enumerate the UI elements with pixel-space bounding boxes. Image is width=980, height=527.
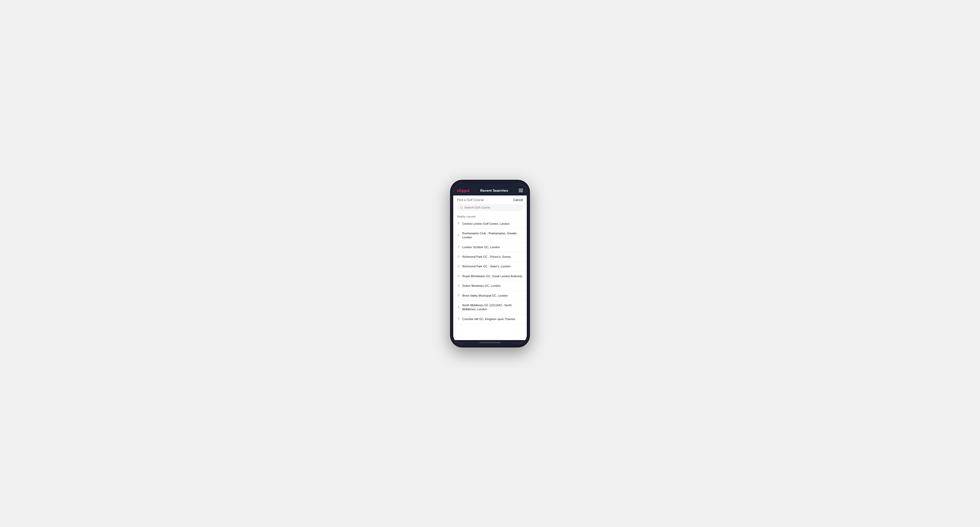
svg-point-3 bbox=[458, 235, 459, 235]
list-item[interactable]: Dukes Meadows GC, London bbox=[453, 281, 527, 291]
course-name: Central London Golf Centre, London bbox=[462, 222, 509, 226]
course-name: Brent Valley Municipal GC, London bbox=[462, 294, 508, 298]
search-box bbox=[457, 204, 523, 211]
svg-point-5 bbox=[458, 256, 459, 257]
svg-point-10 bbox=[458, 306, 459, 307]
search-container bbox=[453, 204, 527, 213]
app-logo: clippd bbox=[457, 188, 469, 193]
home-indicator bbox=[453, 340, 527, 344]
course-name: Dukes Meadows GC, London bbox=[462, 284, 501, 288]
location-pin-icon bbox=[457, 317, 460, 321]
course-name: Roehampton Club - Roehampton, Greater Lo… bbox=[462, 232, 523, 240]
search-icon bbox=[460, 206, 463, 209]
course-name: Coombe Hill GC, Kingston upon Thames bbox=[462, 317, 515, 321]
location-pin-icon bbox=[457, 255, 460, 259]
location-pin-icon bbox=[457, 222, 460, 225]
location-pin-icon bbox=[457, 233, 460, 237]
location-pin-icon bbox=[457, 245, 460, 249]
list-item[interactable]: Royal Wimbledon GC, Great London Authori… bbox=[453, 271, 527, 281]
list-item[interactable]: North Middlesex GC (1011942 - North Midd… bbox=[453, 301, 527, 314]
location-pin-icon bbox=[457, 275, 460, 278]
find-header: Find a Golf Course Cancel bbox=[453, 195, 527, 204]
main-content: Find a Golf Course Cancel Nearby courses… bbox=[453, 195, 527, 340]
course-name: Richmond Park GC - Prince's, Surrey bbox=[462, 255, 511, 259]
svg-point-8 bbox=[458, 285, 459, 286]
course-name: North Middlesex GC (1011942 - North Midd… bbox=[462, 303, 523, 311]
search-input[interactable] bbox=[465, 206, 520, 209]
svg-line-1 bbox=[462, 208, 463, 209]
location-pin-icon bbox=[457, 305, 460, 309]
svg-point-7 bbox=[458, 276, 459, 276]
list-item[interactable]: Coombe Hill GC, Kingston upon Thames bbox=[453, 314, 527, 324]
list-item[interactable]: London Scottish GC, London bbox=[453, 243, 527, 252]
phone-screen: clippd Recent Searches Find a Golf Cours… bbox=[453, 183, 527, 344]
header-title: Recent Searches bbox=[480, 189, 508, 192]
course-name: Royal Wimbledon GC, Great London Authori… bbox=[462, 274, 522, 278]
list-item[interactable]: Richmond Park GC - Duke's, London bbox=[453, 262, 527, 271]
list-item[interactable]: Brent Valley Municipal GC, London bbox=[453, 291, 527, 301]
phone-frame: clippd Recent Searches Find a Golf Cours… bbox=[450, 180, 530, 348]
course-name: Richmond Park GC - Duke's, London bbox=[462, 264, 511, 268]
svg-point-11 bbox=[458, 318, 459, 319]
menu-icon[interactable] bbox=[519, 189, 523, 192]
list-item[interactable]: Central London Golf Centre, London bbox=[453, 219, 527, 229]
list-item[interactable]: Richmond Park GC - Prince's, Surrey bbox=[453, 252, 527, 262]
svg-point-4 bbox=[458, 246, 459, 247]
location-pin-icon bbox=[457, 284, 460, 288]
home-bar bbox=[479, 342, 501, 343]
location-pin-icon bbox=[457, 265, 460, 268]
find-title: Find a Golf Course bbox=[457, 198, 484, 202]
location-pin-icon bbox=[457, 294, 460, 297]
course-list: Central London Golf Centre, LondonRoeham… bbox=[453, 219, 527, 340]
svg-point-9 bbox=[458, 295, 459, 295]
cancel-button[interactable]: Cancel bbox=[513, 198, 523, 202]
status-bar bbox=[453, 183, 527, 186]
svg-point-2 bbox=[458, 223, 459, 224]
list-item[interactable]: Roehampton Club - Roehampton, Greater Lo… bbox=[453, 229, 527, 243]
course-name: London Scottish GC, London bbox=[462, 245, 500, 249]
nearby-label: Nearby courses bbox=[453, 213, 527, 219]
svg-point-6 bbox=[458, 266, 459, 266]
app-header: clippd Recent Searches bbox=[453, 186, 527, 195]
svg-point-0 bbox=[460, 206, 462, 208]
